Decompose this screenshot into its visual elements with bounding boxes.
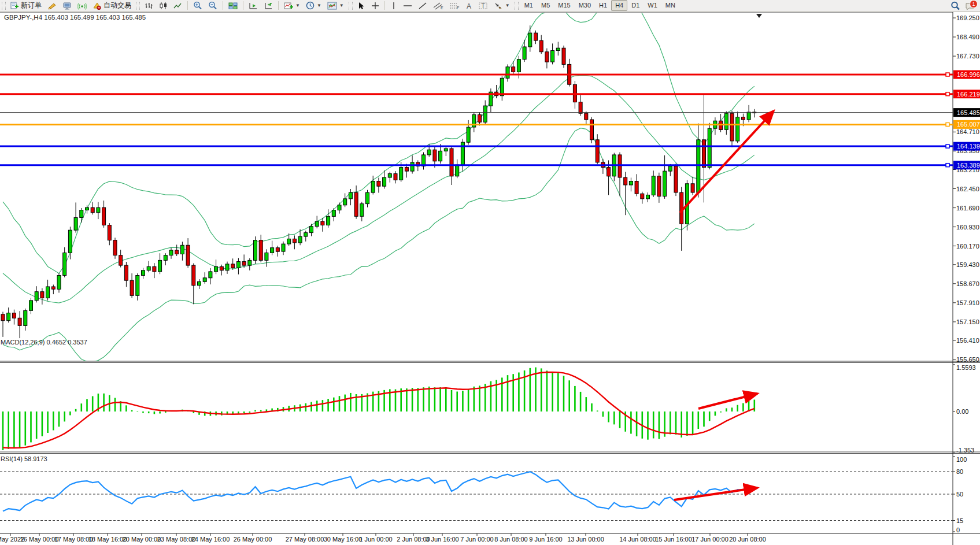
indicators-dropdown-caret: ▼ [295, 3, 300, 8]
terminal-button[interactable] [60, 0, 75, 12]
svg-text:163.389: 163.389 [957, 162, 980, 169]
autotrading-label: 自动交易 [103, 1, 131, 10]
svg-text:0.00: 0.00 [956, 408, 968, 415]
crayon-icon [47, 2, 57, 10]
svg-text:2 Jun 08:00: 2 Jun 08:00 [397, 536, 430, 543]
chart-end-button[interactable] [261, 0, 276, 12]
svg-text:155.650: 155.650 [956, 356, 979, 363]
vertical-line-icon [390, 2, 397, 10]
crosshair-icon [371, 2, 379, 10]
chart-area[interactable]: 169.250168.490167.730164.710163.950163.2… [0, 12, 980, 545]
macd-indicator-label: MACD(12,26,9) 0.4652 0.3537 [1, 339, 87, 346]
tile-windows-icon [228, 2, 238, 10]
new-order-icon [10, 1, 19, 10]
text-a-icon: A [465, 2, 473, 10]
svg-text:14 Jun 08:00: 14 Jun 08:00 [619, 536, 656, 543]
svg-text:20 May 00:00: 20 May 00:00 [123, 536, 161, 543]
equidistant-channel-button[interactable]: E [430, 0, 446, 12]
svg-text:157.910: 157.910 [956, 299, 979, 306]
zoom-in-button[interactable] [190, 0, 205, 12]
svg-text:157.150: 157.150 [956, 318, 979, 325]
toolbar-grip [515, 2, 519, 10]
toolbar-separator [384, 1, 385, 10]
zoom-out-button[interactable] [205, 0, 220, 12]
tile-windows-button[interactable] [225, 0, 241, 12]
svg-text:15 Jun 16:00: 15 Jun 16:00 [655, 536, 692, 543]
timeframe-button-M30[interactable]: M30 [575, 0, 595, 11]
bar-chart-icon [145, 2, 153, 10]
timeframe-button-D1[interactable]: D1 [627, 0, 644, 11]
svg-text:0: 0 [956, 527, 960, 533]
autotrading-icon [93, 2, 102, 10]
periods-dropdown-caret: ▼ [317, 3, 321, 8]
svg-text:3 Jun 16:00: 3 Jun 16:00 [426, 536, 459, 543]
svg-text:165.007: 165.007 [957, 121, 980, 128]
svg-text:162.450: 162.450 [956, 186, 979, 192]
timeframe-button-W1[interactable]: W1 [644, 0, 661, 11]
trendline-icon [418, 2, 427, 10]
text-button[interactable]: A [463, 0, 476, 12]
signal-button[interactable] [75, 0, 90, 12]
horizontal-line-icon [403, 2, 412, 10]
text-label-icon: T [479, 2, 488, 10]
candlestick-chart-button[interactable] [156, 0, 171, 12]
svg-text:16 May 00:00: 16 May 00:00 [20, 536, 59, 543]
timeframe-button-M5[interactable]: M5 [537, 0, 554, 11]
fibonacci-button[interactable]: F [446, 0, 463, 12]
bar-chart-button[interactable] [142, 0, 156, 12]
indicators-button[interactable]: ▼ [281, 0, 303, 12]
svg-text:164.139: 164.139 [957, 143, 980, 150]
svg-text:164.710: 164.710 [956, 128, 979, 135]
computer-icon [62, 2, 72, 10]
timeframe-button-M15[interactable]: M15 [554, 0, 574, 11]
timeframe-button-H1[interactable]: H1 [595, 0, 611, 11]
vertical-line-button[interactable] [387, 0, 400, 12]
svg-text:158.670: 158.670 [956, 280, 979, 287]
periods-button[interactable]: ▼ [303, 0, 324, 12]
messages-button[interactable]: 1 [965, 1, 978, 10]
svg-text:166.219: 166.219 [957, 91, 980, 98]
line-chart-button[interactable] [171, 0, 185, 12]
svg-text:17 Jun 00:00: 17 Jun 00:00 [691, 536, 728, 543]
toolbar-separator [187, 1, 188, 10]
svg-text:F: F [457, 6, 459, 10]
crosshair-button[interactable] [368, 0, 382, 12]
chart-end-icon [264, 2, 273, 10]
arrows-button[interactable]: ▼ [491, 0, 513, 12]
new-order-button[interactable]: 新订单 [8, 0, 45, 12]
svg-text:13 Jun 00:00: 13 Jun 00:00 [567, 536, 604, 543]
main-toolbar: 新订单 自动交易 [0, 0, 980, 12]
styler-button[interactable] [45, 0, 60, 12]
arrows-shapes-icon [494, 2, 503, 10]
zoom-in-icon [193, 1, 202, 10]
svg-text:30 May 16:00: 30 May 16:00 [324, 536, 363, 543]
svg-text:17 May 08:00: 17 May 08:00 [54, 536, 93, 543]
svg-text:169.250: 169.250 [956, 14, 979, 21]
clock-icon [306, 1, 315, 10]
toolbar-grip [136, 2, 140, 10]
chart-forward-button[interactable] [246, 0, 261, 12]
toolbar-separator [243, 1, 243, 10]
svg-text:161.690: 161.690 [956, 205, 979, 212]
svg-text:20 Jun 08:00: 20 Jun 08:00 [729, 536, 766, 543]
horizontal-line-button[interactable] [400, 0, 415, 12]
svg-text:100: 100 [956, 456, 967, 463]
cursor-button[interactable] [354, 0, 368, 12]
timeframe-button-M1[interactable]: M1 [520, 0, 537, 11]
svg-text:165.485: 165.485 [957, 109, 980, 116]
svg-text:80: 80 [956, 468, 963, 475]
svg-text:23 May 08:00: 23 May 08:00 [157, 536, 196, 543]
svg-text:18 May 16:00: 18 May 16:00 [88, 536, 127, 543]
search-icon[interactable] [951, 1, 960, 10]
timeframe-button-H4[interactable]: H4 [611, 0, 627, 11]
trendline-button[interactable] [415, 0, 430, 12]
indicators-icon [284, 2, 293, 10]
text-label-button[interactable]: T [476, 0, 491, 12]
templates-button[interactable]: ▼ [324, 0, 347, 12]
rsi-indicator-label: RSI(14) 58.9173 [1, 455, 47, 462]
svg-text:160.170: 160.170 [956, 243, 979, 250]
svg-text:9 Jun 16:00: 9 Jun 16:00 [529, 536, 563, 543]
templates-dropdown-caret: ▼ [339, 3, 344, 8]
autotrading-button[interactable]: 自动交易 [90, 0, 134, 12]
timeframe-button-MN[interactable]: MN [661, 0, 679, 11]
